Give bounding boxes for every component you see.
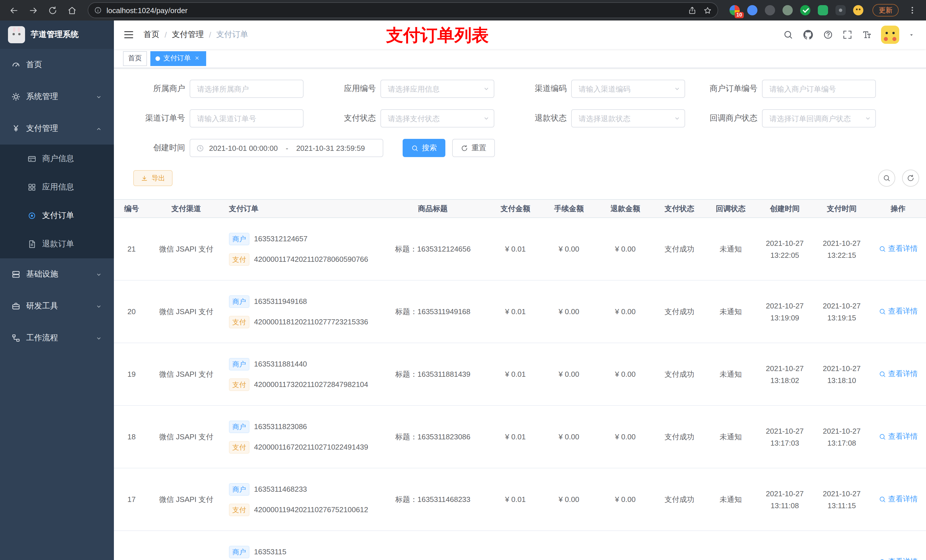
chevron-down-icon <box>95 302 103 310</box>
merchant-select[interactable] <box>190 80 304 98</box>
yen-icon <box>11 124 21 133</box>
browser-menu-icon[interactable] <box>904 2 920 18</box>
sidebar-item-pay-orders[interactable]: 支付订单 <box>0 201 114 230</box>
sidebar-item-app-info[interactable]: 应用信息 <box>0 173 114 201</box>
breadcrumb-separator: / <box>209 30 211 39</box>
search-icon <box>411 144 419 152</box>
browser-window: localhost:1024/pay/order 10 更新 芋道管理系统 <box>0 0 926 560</box>
fullscreen-icon[interactable] <box>842 30 853 40</box>
table-row: 18 微信 JSAPI 支付 商户1635311823086 支付4200001… <box>114 406 926 468</box>
date-range-end[interactable]: 2021-10-31 23:59:59 <box>296 144 365 152</box>
view-detail-link[interactable]: 查看详情 <box>878 557 918 560</box>
refresh-icon <box>461 144 468 152</box>
app-select[interactable] <box>380 80 494 98</box>
breadcrumb-home[interactable]: 首页 <box>144 30 159 40</box>
merchant-tag: 商户 <box>229 295 250 308</box>
callback-status-input[interactable] <box>762 109 876 127</box>
grid-icon <box>27 183 36 192</box>
site-info-icon[interactable] <box>94 6 102 14</box>
sidebar-item-merchant-info[interactable]: 商户信息 <box>0 145 114 173</box>
date-range-start[interactable]: 2021-10-01 00:00:00 <box>209 144 278 152</box>
extension-icon-face[interactable] <box>853 5 863 15</box>
filter-merchant-label: 所属商户 <box>125 84 185 94</box>
merchant-order-no-input[interactable] <box>762 80 876 98</box>
sidebar-item-infrastructure[interactable]: 基础设施 <box>0 258 114 290</box>
reload-button[interactable] <box>44 2 61 18</box>
github-icon[interactable] <box>802 29 814 41</box>
view-detail-link[interactable]: 查看详情 <box>878 494 918 504</box>
url-text[interactable]: localhost:1024/pay/order <box>106 6 683 15</box>
navbar-actions <box>783 26 926 44</box>
toggle-search-button[interactable] <box>878 170 895 187</box>
sidebar-item-dev-tools[interactable]: 研发工具 <box>0 290 114 322</box>
sidebar-item-system[interactable]: 系统管理 <box>0 81 114 113</box>
channel-code-input[interactable] <box>571 80 685 98</box>
page-annotation: 支付订单列表 <box>386 24 489 47</box>
pay-status-select[interactable] <box>380 109 494 127</box>
sidebar-item-payment[interactable]: 支付管理 <box>0 113 114 145</box>
clock-icon <box>196 144 204 152</box>
extension-icon-blue[interactable] <box>747 5 757 15</box>
view-detail-link[interactable]: 查看详情 <box>878 369 918 379</box>
col-status: 支付状态 <box>654 199 705 218</box>
callback-status-select[interactable] <box>762 109 876 127</box>
extension-icon-sage[interactable] <box>782 5 793 15</box>
target-icon <box>27 211 36 220</box>
app-select-input[interactable] <box>380 80 494 98</box>
merchant-select-input[interactable] <box>190 80 304 98</box>
filter-pay-status: 支付状态 <box>316 109 494 127</box>
channel-code-select[interactable] <box>571 80 685 98</box>
search-icon[interactable] <box>783 30 793 40</box>
refund-status-select[interactable] <box>571 109 685 127</box>
channel-order-no-input[interactable] <box>190 109 304 127</box>
browser-update-button[interactable]: 更新 <box>873 4 899 17</box>
home-button[interactable] <box>64 2 80 18</box>
user-avatar[interactable] <box>881 26 899 44</box>
merchant-tag: 商户 <box>229 232 250 245</box>
app-logo[interactable]: 芋道管理系统 <box>0 21 114 49</box>
filter-channel-order-no: 渠道订单号 <box>125 109 304 127</box>
extension-icon-chat[interactable] <box>818 5 828 15</box>
table-row: 20 微信 JSAPI 支付 商户1635311949168 支付4200001… <box>114 280 926 343</box>
sidebar-toggle-icon[interactable] <box>123 29 135 41</box>
filter-callback-status-label: 回调商户状态 <box>698 113 757 124</box>
channel-order-no-field[interactable] <box>190 109 304 127</box>
close-icon[interactable] <box>194 55 201 62</box>
extensions-pin-icon[interactable] <box>835 5 846 15</box>
date-range-picker[interactable]: 2021-10-01 00:00:00 - 2021-10-31 23:59:5… <box>190 139 383 157</box>
magnifier-icon <box>878 496 886 503</box>
table-header-row: 编号 支付渠道 支付订单 商品标题 支付金额 手续金额 退款金额 支付状态 回调… <box>114 199 926 218</box>
docs-help-icon[interactable] <box>823 30 833 40</box>
view-detail-link[interactable]: 查看详情 <box>878 432 918 442</box>
tab-pay-orders[interactable]: 支付订单 <box>150 51 206 66</box>
breadcrumb-payment[interactable]: 支付管理 <box>172 30 204 40</box>
tab-home[interactable]: 首页 <box>123 51 147 66</box>
reset-button[interactable]: 重置 <box>452 139 495 157</box>
address-bar[interactable]: localhost:1024/pay/order <box>88 2 718 18</box>
search-button[interactable]: 搜索 <box>402 139 445 157</box>
bookmark-star-icon[interactable] <box>703 6 712 15</box>
user-menu-caret-icon[interactable] <box>908 32 915 38</box>
sidebar-item-refund-orders[interactable]: 退款订单 <box>0 230 114 258</box>
forward-button[interactable] <box>25 2 41 18</box>
view-detail-link[interactable]: 查看详情 <box>878 244 918 254</box>
view-detail-link[interactable]: 查看详情 <box>878 306 918 317</box>
extension-icon-check[interactable] <box>800 5 810 15</box>
sidebar-item-home[interactable]: 首页 <box>0 49 114 81</box>
filter-refund-status: 退款状态 <box>507 109 685 127</box>
filter-app-label: 应用编号 <box>316 84 376 94</box>
filter-merchant-order-no: 商户订单编号 <box>698 80 876 98</box>
merchant-tag: 商户 <box>229 545 250 558</box>
back-button[interactable] <box>6 2 22 18</box>
pay-status-input[interactable] <box>380 109 494 127</box>
merchant-order-no-field[interactable] <box>762 80 876 98</box>
extension-icon-colorful[interactable]: 10 <box>729 5 740 15</box>
sidebar-item-workflow[interactable]: 工作流程 <box>0 322 114 354</box>
dashboard-icon <box>11 60 21 69</box>
share-icon[interactable] <box>688 6 696 15</box>
extension-icon-dark[interactable] <box>765 5 775 15</box>
refresh-table-button[interactable] <box>902 170 919 187</box>
export-button[interactable]: 导出 <box>133 170 172 186</box>
refund-status-input[interactable] <box>571 109 685 127</box>
font-size-icon[interactable] <box>862 30 872 40</box>
